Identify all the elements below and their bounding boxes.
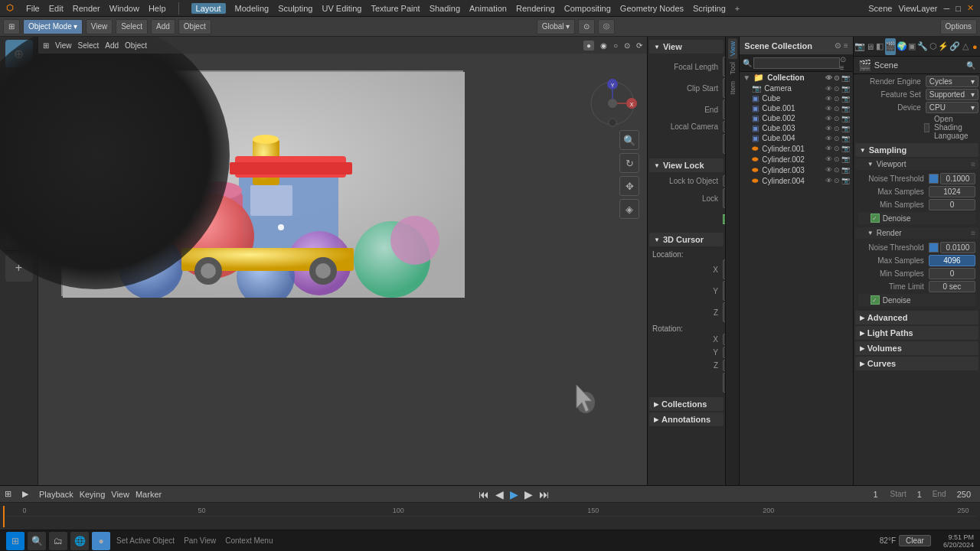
cyl001-eye-icon[interactable]: 👁 xyxy=(825,145,832,152)
timeline-track[interactable]: 0 50 100 150 200 250 xyxy=(3,506,977,527)
render-subsection[interactable]: ▼ Render ≡ xyxy=(855,227,978,239)
timeline-body[interactable]: 0 50 100 150 200 250 xyxy=(0,503,980,530)
add-workspace-btn[interactable]: + xyxy=(735,4,740,13)
camera-sel-icon[interactable]: ⊙ xyxy=(834,85,840,93)
start-frame[interactable]: 1 xyxy=(913,489,926,500)
cube003-render-icon[interactable]: 📷 xyxy=(841,125,850,132)
render-props-icon[interactable]: 📷 xyxy=(854,38,865,55)
material-icon[interactable]: ● xyxy=(971,38,979,55)
menu-render[interactable]: Render xyxy=(73,4,100,13)
taskbar-icon-3[interactable]: ● xyxy=(92,532,110,550)
render-icon[interactable]: 📷 xyxy=(841,74,850,82)
physics-icon[interactable]: ⚡ xyxy=(938,38,949,55)
r-min-samples-value[interactable]: 0 xyxy=(929,268,975,279)
camera-eye-icon[interactable]: 👁 xyxy=(825,85,832,93)
cursor3d-header[interactable]: ▼ 3D Cursor xyxy=(649,233,724,246)
r-noise-thresh-check[interactable] xyxy=(929,243,939,253)
annotate-tool[interactable]: ✎ xyxy=(5,191,33,218)
menu-file[interactable]: File xyxy=(26,4,40,13)
jump-end-btn[interactable]: ⏭ xyxy=(539,488,550,500)
rotate-view-btn[interactable]: ↻ xyxy=(619,153,639,173)
r-time-limit-value[interactable]: 0 sec xyxy=(929,281,975,292)
viewport-object-btn[interactable]: Object xyxy=(125,41,147,50)
advanced-header[interactable]: ▶ Advanced xyxy=(855,311,978,324)
viewport-shading-solid[interactable]: ● xyxy=(583,41,594,51)
jump-start-btn[interactable]: ⏮ xyxy=(479,488,489,500)
add-tool[interactable]: + xyxy=(5,254,33,282)
maximize-btn[interactable]: □ xyxy=(956,4,961,13)
cube004-eye-icon[interactable]: 👁 xyxy=(825,135,832,142)
outliner-filter-btn[interactable]: ⊙ xyxy=(835,41,841,50)
object-mode-btn[interactable]: Object Mode ▾ xyxy=(23,19,83,34)
modifier-icon[interactable]: 🔧 xyxy=(917,38,928,55)
world-icon[interactable]: 🌍 xyxy=(897,38,907,55)
cube001-eye-icon[interactable]: 👁 xyxy=(825,105,832,112)
workspace-texture-paint[interactable]: Texture Paint xyxy=(371,4,420,13)
zoom-btn[interactable]: 🔍 xyxy=(619,130,639,150)
cyl002-sel-icon[interactable]: ⊙ xyxy=(834,155,840,163)
start-btn[interactable]: ⊞ xyxy=(6,532,24,550)
editor-type-btn[interactable]: ⊞ xyxy=(3,19,20,34)
transform-tool[interactable]: ⊞ xyxy=(5,156,33,184)
camera-render-icon[interactable]: 📷 xyxy=(841,85,850,93)
workspace-rendering[interactable]: Rendering xyxy=(516,4,555,13)
measure-tool[interactable]: ↔ xyxy=(5,220,33,247)
device-dropdown[interactable]: CPU▾ xyxy=(926,102,978,113)
r-denoise-check[interactable]: ✓ xyxy=(871,295,880,305)
scale-tool[interactable]: ⤢ xyxy=(5,127,33,155)
scene-icon[interactable]: 🎬 xyxy=(885,38,896,55)
data-icon[interactable]: △ xyxy=(961,38,969,55)
vp-denoise-check[interactable]: ✓ xyxy=(871,214,880,223)
scene-selector[interactable]: Scene xyxy=(868,4,892,13)
feature-set-dropdown[interactable]: Supported▾ xyxy=(926,89,978,100)
viewport-shading-material[interactable]: ◉ xyxy=(600,41,607,50)
rotate-tool[interactable]: ↻ xyxy=(5,98,33,126)
cube-render-icon[interactable]: 📷 xyxy=(841,95,850,103)
cube002-sel-icon[interactable]: ⊙ xyxy=(834,115,840,122)
playback-menu[interactable]: Playback xyxy=(39,490,74,499)
workspace-scripting[interactable]: Scripting xyxy=(693,4,726,13)
cube004-sel-icon[interactable]: ⊙ xyxy=(834,135,840,142)
viewport-gizmo-btn[interactable]: ⟳ xyxy=(636,41,642,50)
view-menu-btn[interactable]: View xyxy=(86,19,113,34)
cube002-render-icon[interactable]: 📷 xyxy=(841,115,850,122)
volumes-header[interactable]: ▶ Volumes xyxy=(855,341,978,355)
search-btn[interactable]: 🔍 xyxy=(28,532,46,550)
cube001-sel-icon[interactable]: ⊙ xyxy=(834,105,840,112)
end-frame[interactable]: 250 xyxy=(952,489,975,500)
marker-menu[interactable]: Marker xyxy=(136,490,162,499)
prev-frame-btn[interactable]: ◀ xyxy=(495,488,504,500)
viewport-view-btn[interactable]: View xyxy=(55,41,72,50)
select-menu-btn[interactable]: Select xyxy=(116,19,148,34)
scene-search-icon[interactable]: 🔍 xyxy=(966,61,975,70)
object-icon[interactable]: ▣ xyxy=(908,38,916,55)
cyl003-render-icon[interactable]: 📷 xyxy=(841,166,850,174)
workspace-sculpting[interactable]: Sculpting xyxy=(278,4,312,13)
timeline-editor-btn[interactable]: ⊞ xyxy=(5,489,11,499)
navigation-gizmo[interactable]: Y X xyxy=(586,77,639,132)
cyl004-sel-icon[interactable]: ⊙ xyxy=(834,177,840,184)
add-menu-btn[interactable]: Add xyxy=(151,19,175,34)
cube003-sel-icon[interactable]: ⊙ xyxy=(834,125,840,132)
viewport-canvas[interactable]: Y X 🔍 ↻ xyxy=(38,54,647,485)
view-section-header[interactable]: ▼ View xyxy=(649,40,724,54)
object-menu-btn[interactable]: Object xyxy=(178,19,211,34)
cyl004-render-icon[interactable]: 📷 xyxy=(841,177,850,184)
timeline-view-menu[interactable]: View xyxy=(111,490,129,499)
vp-min-samples-value[interactable]: 0 xyxy=(929,199,975,210)
pan-view-btn[interactable]: ✥ xyxy=(619,176,639,196)
cyl001-render-icon[interactable]: 📷 xyxy=(841,145,850,152)
cyl003-sel-icon[interactable]: ⊙ xyxy=(834,166,840,174)
vp-noise-thresh-value[interactable]: 0.1000 xyxy=(940,173,975,184)
viewport-add-btn[interactable]: Add xyxy=(105,41,119,50)
osl-checkbox[interactable] xyxy=(924,123,929,132)
options-btn[interactable]: Options xyxy=(940,19,977,34)
sampling-section-header[interactable]: ▼ Sampling xyxy=(855,143,978,157)
outliner-item-cube002[interactable]: ▣ Cube.002 👁 ⊙ 📷 xyxy=(740,113,853,123)
tool-tab[interactable]: Tool xyxy=(728,59,737,78)
outliner-item-cube001[interactable]: ▣ Cube.001 👁 ⊙ 📷 xyxy=(740,103,853,113)
outliner-collection[interactable]: ▼ 📁 Collection 👁 ⊙ 📷 xyxy=(740,72,853,83)
cyl002-eye-icon[interactable]: 👁 xyxy=(825,155,832,163)
vp-max-samples-value[interactable]: 1024 xyxy=(929,186,975,197)
curves-header[interactable]: ▶ Curves xyxy=(855,357,978,370)
